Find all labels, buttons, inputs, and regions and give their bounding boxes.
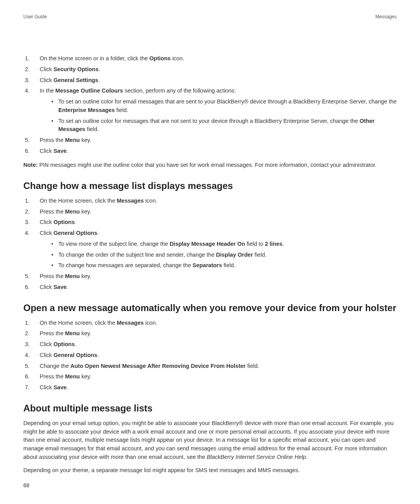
list-item: Click Options. — [23, 218, 397, 227]
page-number: 68 — [23, 482, 30, 488]
section4-para2: Depending on your theme, a separate mess… — [23, 466, 397, 475]
list-item: Change the Auto Open Newest Message Afte… — [23, 362, 397, 371]
section4-para1: Depending on your email setup option, yo… — [23, 419, 397, 462]
list-item: In the Message Outline Colours section, … — [23, 87, 397, 134]
list-item: Click Save. — [23, 147, 397, 156]
section3-heading: Open a new message automatically when yo… — [23, 303, 397, 313]
sub-list-item: To change how messages are separated, ch… — [51, 261, 397, 270]
list-item: Click General Settings. — [23, 76, 397, 85]
list-item: Click Save. — [23, 383, 397, 392]
section3-steps: On the Home screen, click the Messages i… — [23, 319, 397, 392]
list-item: Press the Menu key. — [23, 373, 397, 381]
sub-list-item: To set an outline color for messages tha… — [51, 117, 397, 134]
section4-heading: About multiple message lists — [23, 403, 397, 414]
section2-heading: Change how a message list displays messa… — [23, 180, 397, 191]
section2-steps: On the Home screen, click the Messages i… — [23, 197, 397, 292]
list-item: Click General Options. — [23, 351, 397, 360]
list-item: Click Security Options. — [23, 65, 397, 74]
list-item: Press the Menu key. — [23, 272, 397, 281]
list-item: Press the Menu key. — [23, 208, 397, 216]
section1-steps: On the Home screen or in a folder, click… — [23, 54, 397, 156]
list-item: On the Home screen or in a folder, click… — [23, 54, 397, 63]
note-text: Note: PIN messages might use the outline… — [23, 161, 397, 169]
list-item: Press the Menu key. — [23, 136, 397, 145]
list-item: Press the Menu key. — [23, 329, 397, 338]
list-item: On the Home screen, click the Messages i… — [23, 319, 397, 327]
list-item: Click Save. — [23, 283, 397, 292]
page-header: User Guide Messages — [23, 14, 397, 19]
sub-list: To view more of the subject line, change… — [40, 240, 397, 270]
sub-list-item: To change the order of the subject line … — [51, 251, 397, 259]
header-right: Messages — [375, 14, 397, 19]
list-item: On the Home screen, click the Messages i… — [23, 197, 397, 205]
list-item: Click General Options. To view more of t… — [23, 229, 397, 270]
header-left: User Guide — [23, 14, 47, 19]
list-item: Click Options. — [23, 340, 397, 349]
sub-list-item: To view more of the subject line, change… — [51, 240, 397, 248]
sub-list-item: To set an outline color for email messag… — [51, 98, 397, 115]
sub-list: To set an outline color for email messag… — [40, 98, 397, 134]
